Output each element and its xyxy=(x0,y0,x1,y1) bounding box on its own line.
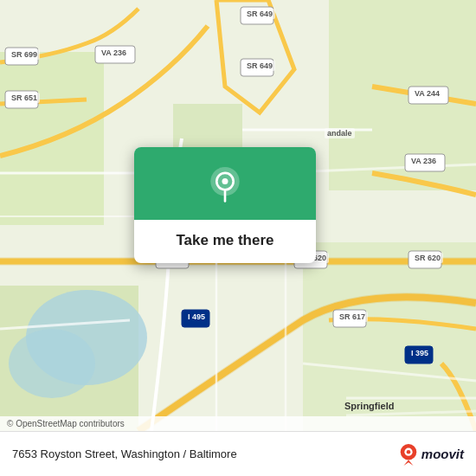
label-i495: I 495 xyxy=(185,312,208,322)
svg-point-41 xyxy=(407,449,411,453)
attribution-text: © OpenStreetMap contributors xyxy=(7,419,125,428)
label-sr649-mid: SR 649 xyxy=(244,61,275,71)
label-va244: VA 244 xyxy=(412,88,442,99)
take-me-there-button[interactable]: Take me there xyxy=(176,232,273,248)
svg-rect-2 xyxy=(329,0,476,190)
label-i395: I 395 xyxy=(408,348,431,358)
footer: 7653 Royston Street, Washington / Baltim… xyxy=(0,431,476,476)
label-va236-top: VA 236 xyxy=(99,48,129,58)
moovit-logo: moovit xyxy=(399,443,464,466)
label-sr620-right: SR 620 xyxy=(412,253,443,263)
address-text: 7653 Royston Street, Washington / Baltim… xyxy=(12,447,237,460)
location-pin-icon xyxy=(206,166,244,204)
label-springfield: Springfield xyxy=(342,400,396,412)
map-attribution: © OpenStreetMap contributors xyxy=(0,416,476,431)
moovit-brand-text: moovit xyxy=(421,447,464,461)
label-sr699: SR 699 xyxy=(9,49,40,60)
label-va236-right: VA 236 xyxy=(408,156,439,166)
svg-point-6 xyxy=(9,329,95,398)
map-container: SR 649 SR 699 SR 651 SR 649 VA 244 VA 23… xyxy=(0,0,476,476)
moovit-pin-icon xyxy=(399,443,418,466)
location-popup[interactable]: Take me there xyxy=(134,147,316,263)
label-sr617: SR 617 xyxy=(337,312,368,322)
label-sr651: SR 651 xyxy=(9,93,40,103)
svg-point-37 xyxy=(222,178,228,184)
label-sr649-top: SR 649 xyxy=(244,9,275,19)
popup-body: Take me there xyxy=(160,220,289,263)
popup-header xyxy=(134,147,316,220)
label-annandale: andale xyxy=(325,128,355,138)
